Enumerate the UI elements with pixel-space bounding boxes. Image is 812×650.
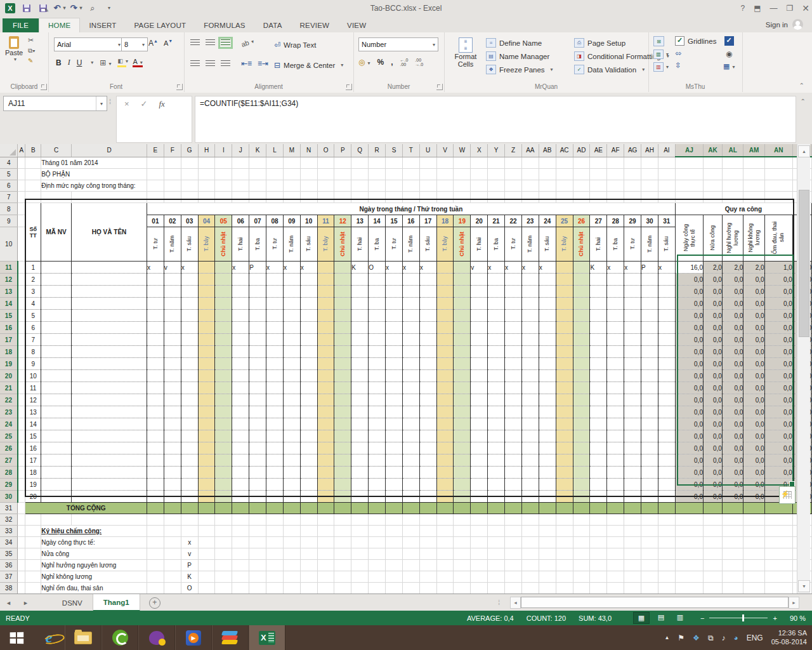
cell-K25[interactable] [249,430,266,442]
summary-col-header-4[interactable]: Nghỉ khônglương [743,215,764,262]
cell-E38[interactable] [147,583,164,594]
cell-T29[interactable] [402,479,419,491]
cell-F30[interactable] [164,491,181,503]
cell-AD25[interactable] [573,430,590,442]
cell-AH16[interactable] [641,322,658,334]
cell-P16[interactable] [334,322,351,334]
cell-I7[interactable] [215,192,232,203]
cell-B14[interactable]: 4 [25,298,41,310]
sheet-tab-thang1[interactable]: Thang1 [93,594,140,611]
cell-AK25[interactable]: 0,0 [703,430,722,442]
cell-J38[interactable] [232,583,249,594]
cell-AA5[interactable] [521,169,539,180]
cell-Z12[interactable] [505,274,522,286]
decrease-decimal-icon[interactable]: .00→.0 [415,58,423,67]
cell-V17[interactable] [436,334,454,346]
cell-AJ14[interactable]: 0,0 [675,298,703,310]
cell-AG11[interactable]: x [624,262,641,274]
cell-Q15[interactable] [351,310,369,322]
cell-F21[interactable] [164,382,181,394]
cell-Z34[interactable] [505,537,522,548]
cell-AD36[interactable] [573,560,590,571]
cell-U7[interactable] [419,192,436,203]
cell-N36[interactable] [300,560,317,571]
cell-J6[interactable] [232,180,249,192]
cell-B4[interactable] [25,157,41,169]
cell-R30[interactable] [369,491,386,503]
cell-AF35[interactable] [607,548,624,560]
cell-AK5[interactable] [703,169,722,180]
cell-U27[interactable] [419,454,436,467]
cell-AM4[interactable] [743,157,764,169]
cell-T19[interactable] [402,358,419,370]
cell-D28[interactable] [72,467,147,479]
cell-B35[interactable] [25,548,41,560]
cell-AI33[interactable] [658,526,675,537]
cell-AI18[interactable] [658,346,675,358]
bold-icon[interactable]: B [56,58,62,67]
row-header-11[interactable]: 11 [0,262,18,274]
cell-A35[interactable] [18,548,25,560]
day-number-16[interactable]: 16 [402,215,419,227]
scroll-right-icon[interactable]: ► [789,597,799,609]
cell-AD30[interactable] [573,491,590,503]
cell-A12[interactable] [18,274,25,286]
cell-X21[interactable] [471,382,488,394]
cell-U13[interactable] [419,286,436,298]
cell-AJ4[interactable] [675,157,703,169]
cell-AM35[interactable] [743,548,764,560]
cell-AL15[interactable]: 0,0 [722,310,743,322]
cell-L22[interactable] [266,394,284,406]
cell-Z7[interactable] [505,192,522,203]
cell-Z25[interactable] [505,430,522,442]
cell-AL18[interactable]: 0,0 [722,346,743,358]
cell-F35[interactable] [164,548,181,560]
cell-AM34[interactable] [743,537,764,548]
cell-Y36[interactable] [488,560,505,571]
cell-AC26[interactable] [556,442,573,454]
media-player-icon[interactable]: ▶ [175,625,212,650]
cell-L15[interactable] [266,310,284,322]
cell-AI37[interactable] [658,571,675,583]
cell-AA26[interactable] [521,442,539,454]
align-center-icon[interactable] [206,60,215,67]
weekday-25[interactable]: T. bảy [556,227,573,262]
cell-D16[interactable] [72,322,147,334]
cell-U23[interactable] [419,406,436,418]
day-number-17[interactable]: 17 [419,215,436,227]
freeze-panes-button[interactable]: ❖Freeze Panes▾ [486,63,553,76]
cell-Y21[interactable] [488,382,505,394]
cell-AL11[interactable]: 2,0 [722,262,743,274]
cell-D29[interactable] [72,479,147,491]
row-header-31[interactable]: 31 [0,503,18,514]
day-number-02[interactable]: 02 [164,215,181,227]
col-header-O[interactable]: O [317,144,334,157]
cell-T17[interactable] [402,334,419,346]
cell-B33[interactable] [25,526,41,537]
cell-AC17[interactable] [556,334,573,346]
cell-X19[interactable] [471,358,488,370]
cell-Z19[interactable] [505,358,522,370]
cell-G19[interactable] [181,358,198,370]
cell-AN18[interactable]: 0,0 [764,346,792,358]
cell-S4[interactable] [386,157,403,169]
cell-AM17[interactable]: 0,0 [743,334,764,346]
col-header-AH[interactable]: AH [641,144,658,157]
cell-L38[interactable] [266,583,284,594]
cell-I14[interactable] [215,298,232,310]
cell-L28[interactable] [266,467,284,479]
language-indicator[interactable]: ENG [747,633,763,642]
cell-AA14[interactable] [521,298,539,310]
cell-Y4[interactable] [488,157,505,169]
cell-B12[interactable]: 2 [25,274,41,286]
cell-W36[interactable] [454,560,471,571]
cell-AI19[interactable] [658,358,675,370]
cell-Y14[interactable] [488,298,505,310]
cell-J36[interactable] [232,560,249,571]
cell-AG29[interactable] [624,479,641,491]
cell-AH28[interactable] [641,467,658,479]
cell-AB33[interactable] [539,526,556,537]
cell-AI15[interactable] [658,310,675,322]
cell-P37[interactable] [334,571,351,583]
cell-L30[interactable] [266,491,284,503]
